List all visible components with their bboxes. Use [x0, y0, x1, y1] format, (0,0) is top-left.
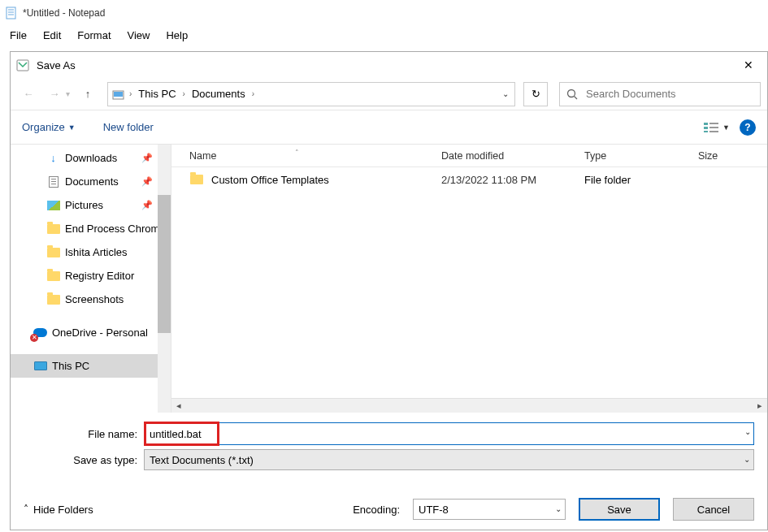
- folder-icon: [46, 245, 60, 259]
- menu-format[interactable]: Format: [71, 28, 117, 43]
- breadcrumb-this-pc[interactable]: This PC: [135, 88, 179, 100]
- search-input[interactable]: [584, 87, 760, 101]
- chevron-down-icon: ▼: [722, 123, 730, 132]
- horizontal-scrollbar[interactable]: ◂ ▸: [171, 398, 767, 413]
- filename-input[interactable]: [144, 422, 754, 445]
- breadcrumb[interactable]: › This PC › Documents › ⌄: [107, 82, 515, 106]
- arrow-up-icon: ↑: [85, 88, 91, 100]
- svg-rect-0: [7, 7, 15, 19]
- nav-back-button[interactable]: ←: [17, 83, 40, 106]
- search-box[interactable]: [559, 82, 761, 106]
- refresh-button[interactable]: ↻: [523, 82, 548, 106]
- close-button[interactable]: ✕: [730, 53, 767, 77]
- navigation-tree[interactable]: ↓ Downloads 📌 Documents 📌 Pictures 📌 End…: [11, 145, 171, 413]
- pin-icon: 📌: [141, 200, 153, 210]
- notepad-app-icon: [5, 6, 18, 19]
- chevron-down-icon: ⌄: [744, 455, 750, 464]
- organize-menu[interactable]: Organize ▼: [22, 121, 76, 133]
- encoding-combo[interactable]: UTF-8 ⌄: [413, 499, 566, 520]
- file-name: Custom Office Templates: [211, 174, 329, 186]
- tree-ishita-articles[interactable]: Ishita Articles: [11, 240, 171, 264]
- svg-rect-4: [17, 60, 28, 71]
- downloads-icon: ↓: [46, 151, 60, 165]
- chevron-right-icon: ›: [181, 89, 187, 98]
- tree-this-pc[interactable]: This PC: [11, 354, 171, 378]
- hide-folders-toggle[interactable]: ˄ Hide Folders: [24, 504, 93, 516]
- search-icon: [566, 89, 578, 100]
- notepad-title: *Untitled - Notepad: [23, 7, 105, 19]
- tree-onedrive[interactable]: ✕ OneDrive - Personal: [11, 321, 171, 344]
- chevron-right-icon: ›: [250, 89, 256, 98]
- svg-rect-10: [704, 127, 708, 129]
- documents-icon: [46, 175, 60, 188]
- tree-registry-editor[interactable]: Registry Editor: [11, 264, 171, 288]
- view-icon: [703, 122, 719, 133]
- column-header-name[interactable]: Name ˄: [189, 150, 441, 162]
- svg-rect-6: [114, 92, 123, 97]
- tree-downloads[interactable]: ↓ Downloads 📌: [11, 146, 171, 170]
- nav-forward-button[interactable]: →: [43, 83, 66, 106]
- breadcrumb-dropdown[interactable]: ⌄: [497, 89, 514, 98]
- folder-icon: [46, 222, 60, 236]
- organize-label: Organize: [22, 121, 65, 133]
- menu-view[interactable]: View: [121, 28, 157, 43]
- sort-ascending-icon: ˄: [295, 149, 299, 157]
- file-row[interactable]: Custom Office Templates 2/13/2022 11:08 …: [171, 167, 767, 192]
- new-folder-button[interactable]: New folder: [103, 121, 154, 133]
- filename-dropdown[interactable]: ⌄: [744, 427, 751, 436]
- pictures-icon: [46, 198, 60, 212]
- this-pc-icon: [33, 359, 47, 373]
- tree-end-process[interactable]: End Process Chrom: [11, 217, 171, 240]
- folder-icon: [46, 292, 60, 306]
- nav-history-dropdown[interactable]: ▾: [66, 89, 70, 98]
- filename-label: File name:: [24, 428, 144, 440]
- arrow-left-icon: ←: [24, 88, 34, 100]
- nav-up-button[interactable]: ↑: [76, 83, 99, 106]
- dialog-title: Save As: [37, 59, 76, 71]
- tree-screenshots[interactable]: Screenshots: [11, 288, 171, 311]
- arrow-right-icon: →: [50, 88, 60, 100]
- menu-file[interactable]: File: [3, 28, 33, 43]
- saveastype-combo[interactable]: Text Documents (*.txt) ⌄: [144, 449, 754, 470]
- encoding-label: Encoding:: [353, 504, 400, 516]
- menu-help[interactable]: Help: [159, 28, 194, 43]
- chevron-right-icon: ›: [128, 89, 133, 98]
- pin-icon: 📌: [141, 153, 153, 163]
- view-options-button[interactable]: ▼: [703, 122, 730, 133]
- pin-icon: 📌: [141, 176, 153, 187]
- scroll-left-icon[interactable]: ◂: [171, 400, 186, 411]
- saveastype-label: Save as type:: [24, 454, 144, 466]
- close-icon: ✕: [744, 58, 753, 71]
- chevron-up-icon: ˄: [24, 504, 28, 515]
- svg-line-8: [575, 96, 578, 99]
- svg-rect-11: [704, 131, 708, 132]
- tree-scrollbar-thumb[interactable]: [158, 195, 171, 333]
- scroll-right-icon[interactable]: ▸: [753, 400, 767, 411]
- help-button[interactable]: ?: [740, 119, 756, 136]
- save-as-dialog: Save As ✕ ← → ▾ ↑ › This PC › Documents …: [10, 51, 768, 530]
- refresh-icon: ↻: [532, 88, 540, 100]
- folder-icon: [46, 269, 60, 283]
- svg-point-7: [568, 89, 575, 97]
- column-header-type[interactable]: Type: [584, 150, 698, 162]
- file-type: File folder: [584, 174, 698, 186]
- cancel-button[interactable]: Cancel: [673, 498, 754, 521]
- save-button[interactable]: Save: [579, 498, 660, 521]
- tree-documents[interactable]: Documents 📌: [11, 170, 171, 193]
- svg-rect-9: [704, 123, 708, 125]
- folder-icon: [189, 173, 203, 187]
- column-header-size[interactable]: Size: [698, 150, 718, 162]
- dialog-icon: [15, 58, 30, 72]
- breadcrumb-location-icon: [111, 87, 126, 102]
- column-header-date[interactable]: Date modified: [441, 150, 584, 162]
- onedrive-icon: ✕: [33, 326, 47, 340]
- tree-pictures[interactable]: Pictures 📌: [11, 193, 171, 217]
- menu-edit[interactable]: Edit: [37, 28, 67, 43]
- file-date: 2/13/2022 11:08 PM: [441, 174, 584, 186]
- chevron-down-icon: ⌄: [555, 504, 562, 513]
- breadcrumb-documents[interactable]: Documents: [189, 88, 249, 100]
- chevron-down-icon: ▼: [68, 123, 76, 132]
